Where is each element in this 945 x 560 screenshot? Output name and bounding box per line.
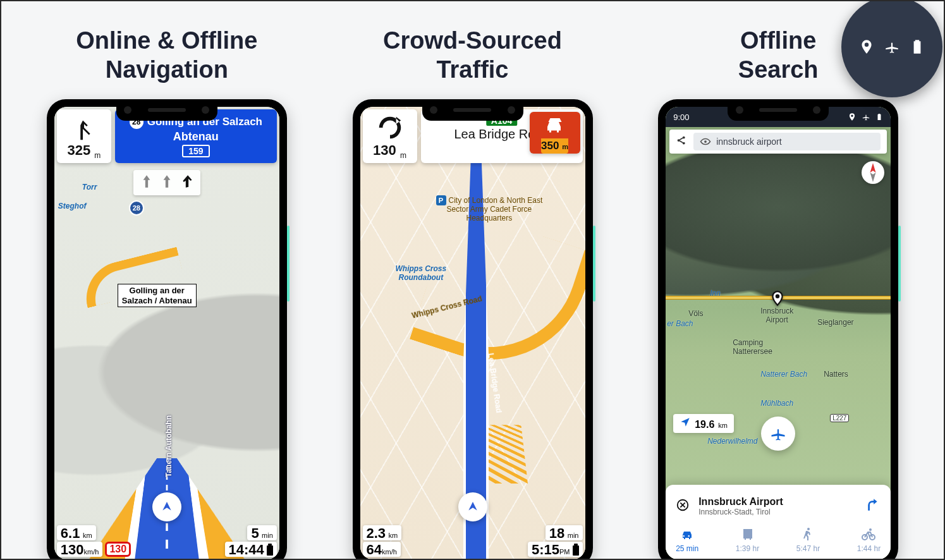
eta-minutes[interactable]: 18 min (546, 525, 583, 540)
screen-navigation: 325 m 28 Golling an der Salzach Abtenau … (54, 107, 279, 559)
distance-remaining[interactable]: 6.1 km (57, 525, 96, 540)
airplane-icon (769, 425, 787, 442)
current-speed[interactable]: 64km/h (363, 542, 401, 557)
location-icon (848, 113, 857, 121)
label-camping: Camping Natterersee (733, 338, 772, 356)
lane-straight-icon (138, 171, 155, 194)
status-time: 9:00 (673, 113, 689, 122)
vehicle-cursor (458, 492, 487, 521)
label-airport: Innsbruck Airport (760, 307, 793, 324)
distance-chip[interactable]: 19.6km (673, 414, 734, 433)
label-inn: Inn (710, 289, 721, 298)
share-icon[interactable] (676, 135, 687, 149)
turn-instruction[interactable]: 130 m (363, 109, 417, 162)
battery-icon (267, 545, 273, 556)
eta-minutes[interactable]: 5 min (247, 525, 276, 540)
route-pill: 159 (182, 145, 209, 157)
battery-icon (909, 39, 925, 55)
fork-right-icon (70, 113, 99, 142)
label-natters: Natters (824, 370, 848, 379)
label-er-bach: er Bach (667, 319, 693, 328)
distance-remaining[interactable]: 2.3 km (363, 525, 402, 540)
battery-icon (573, 545, 579, 556)
result-subtitle: Innsbruck-Stadt, Tirol (698, 508, 783, 516)
clock-time[interactable]: 14:44 (225, 542, 277, 557)
lane-guidance (133, 170, 200, 195)
nav-arrow-icon (680, 417, 691, 428)
poi-cadet: PCity of London & North East Sector Army… (436, 195, 543, 223)
result-category-fab[interactable] (761, 417, 795, 451)
mode-car[interactable]: 25 min (676, 527, 698, 553)
status-spotlight (841, 0, 942, 97)
current-speed[interactable]: 130km/h (57, 542, 103, 557)
turn-instruction[interactable]: 325 m (57, 109, 111, 162)
headline-1: Online & Offline Navigation (76, 27, 257, 84)
screen-search: 9:00 innsbruck airport Inn (666, 107, 891, 559)
poi-roundabout: Whipps Cross Roundabout (396, 265, 447, 283)
airplane-mode-icon (884, 39, 900, 55)
result-name: Innsbruck Airport (698, 496, 783, 508)
vehicle-cursor (152, 492, 181, 521)
battery-icon (875, 113, 883, 121)
speed-limit: 130 (105, 542, 131, 557)
label-sieglanger: Sieglanger (817, 318, 853, 327)
location-icon (858, 39, 875, 55)
label-vols: Völs (688, 309, 703, 318)
airplane-mode-icon (862, 113, 870, 121)
phone-frame-3: 9:00 innsbruck airport Inn (658, 99, 898, 560)
eye-icon (700, 136, 711, 147)
label-natterer-bach: Natterer Bach (760, 370, 807, 379)
phone-frame-2: 130 m A104 Lea Bridge Road 350 m PCity o… (353, 99, 593, 560)
place-steghof: Steghof (58, 202, 87, 210)
search-input[interactable]: innsbruck airport (693, 133, 881, 150)
result-pin[interactable] (769, 288, 786, 309)
mode-bike[interactable]: 1:44 hr (857, 527, 881, 553)
place-torr: Torr (82, 183, 97, 192)
screen-traffic: 130 m A104 Lea Bridge Road 350 m PCity o… (360, 107, 585, 559)
label-neder: Nederwilhelmd (707, 437, 757, 446)
phone-frame-1: 325 m 28 Golling an der Salzach Abtenau … (47, 99, 287, 560)
road-name-vertical: Tauern Autobahn (164, 415, 173, 477)
compass-button[interactable] (862, 161, 884, 184)
traffic-jam-icon (541, 114, 569, 137)
result-card[interactable]: Innsbruck Airport Innsbruck-Stadt, Tirol… (666, 485, 891, 559)
lane-right-icon (179, 171, 195, 194)
clock-time[interactable]: 5:15PM (528, 542, 583, 557)
lane-straight-icon (159, 171, 175, 194)
exit-sign-label: Golling an der Salzach / Abtenau (118, 284, 197, 307)
traffic-alert[interactable]: 350 m (530, 112, 580, 154)
close-result-button[interactable] (676, 498, 690, 514)
start-route-button[interactable] (864, 497, 881, 516)
exit-marker-28: 28 (129, 200, 144, 216)
label-muhlbach: Mühlbach (760, 399, 793, 408)
label-l227: L227 (830, 414, 849, 422)
mode-walk[interactable]: 5:47 hr (796, 527, 820, 553)
headline-2: Crowd-Sourced Traffic (383, 27, 562, 84)
search-bar[interactable]: innsbruck airport (669, 130, 887, 154)
transport-modes: 25 min 1:39 hr 5:47 hr 1:44 hr (676, 527, 881, 553)
headline-3: Offline Search (738, 27, 819, 84)
parking-icon: P (436, 195, 446, 205)
roundabout-icon (375, 113, 405, 142)
mode-bus[interactable]: 1:39 hr (736, 527, 759, 553)
